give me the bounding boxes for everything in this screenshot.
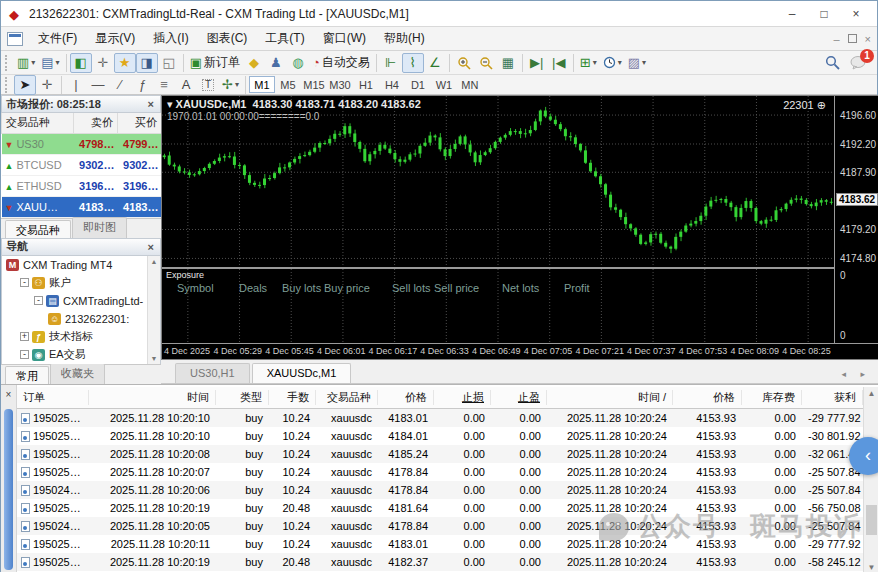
fibonacci-button[interactable]: ƒ xyxy=(131,75,153,95)
navigator-tab-1[interactable]: 收藏夹 xyxy=(50,363,105,384)
terminal-column-header[interactable]: 时间 / xyxy=(547,390,673,405)
tile-windows-button[interactable]: ▦ xyxy=(497,53,519,73)
terminal-column-header[interactable]: 止盈 xyxy=(491,390,547,405)
menu-item-帮[interactable]: 帮助(H) xyxy=(375,28,434,48)
tree-expander-icon[interactable]: - xyxy=(20,350,29,359)
new-chart-button[interactable]: ▥▾ xyxy=(14,53,38,73)
tree-expander-icon[interactable]: - xyxy=(20,278,29,287)
timeframe-M1[interactable]: M1 xyxy=(249,76,275,93)
menu-item-显[interactable]: 显示(V) xyxy=(86,28,144,48)
timeframe-M5[interactable]: M5 xyxy=(275,76,301,93)
search-icon[interactable] xyxy=(825,55,840,70)
market-watch-row[interactable]: ▲BTCUSD9302…9302… xyxy=(2,154,162,175)
candlestick-button[interactable]: ⌇ xyxy=(402,53,424,73)
mw-column-header[interactable]: 买价 xyxy=(118,113,162,133)
order-row[interactable]: 195025…2025.11.28 10:20:10buy10.24xauusd… xyxy=(17,409,863,427)
child-close-button[interactable]: × xyxy=(865,33,871,45)
horizontal-line-button[interactable]: — xyxy=(87,75,109,95)
terminal-column-header[interactable]: 手数 xyxy=(269,390,316,405)
navigator-item[interactable]: -▤CXMTradingLtd- xyxy=(2,292,160,310)
menu-item-窗[interactable]: 窗口(W) xyxy=(314,28,375,48)
toolbar-grip-2[interactable] xyxy=(5,77,10,93)
tree-expander-icon[interactable]: + xyxy=(20,332,29,341)
chart-shift-button[interactable]: ▶| xyxy=(526,53,548,73)
navigator-item[interactable]: ☺2132622301: xyxy=(2,310,160,328)
crosshair-tool-button[interactable]: ✛ xyxy=(36,75,58,95)
timeframe-M15[interactable]: M15 xyxy=(301,76,327,93)
market-watch-button[interactable]: ◧ xyxy=(70,53,92,73)
navigator-item[interactable]: +ƒ技术指标 xyxy=(2,328,160,346)
new-order-button[interactable]: ▣新订单 xyxy=(187,53,243,73)
signals-button[interactable]: ◍ xyxy=(287,53,309,73)
navigator-scrollbar[interactable]: ▲▼ xyxy=(147,256,160,364)
scroll-up-icon[interactable]: ▲ xyxy=(864,389,878,398)
auto-scroll-button[interactable]: |◀ xyxy=(548,53,570,73)
notifications-button[interactable]: 1 xyxy=(850,55,867,70)
cursor-tool-button[interactable]: ➤ xyxy=(14,75,36,95)
chart-tab-US30H1[interactable]: US30,H1 xyxy=(175,363,250,383)
vertical-line-button[interactable]: | xyxy=(65,75,87,95)
navigator-item[interactable]: -⚇账户 xyxy=(2,274,160,292)
navigator-item[interactable]: MCXM Trading MT4 xyxy=(2,256,160,274)
tree-expander-icon[interactable]: - xyxy=(34,296,43,305)
chart-window[interactable]: Exposure SymbolDealsBuy lotsBuy priceSel… xyxy=(161,95,878,360)
strategy-tester-button[interactable]: ◱ xyxy=(158,53,180,73)
chart-tab-XAUUSDcM1[interactable]: XAUUSDc,M1 xyxy=(252,363,352,383)
terminal-column-header[interactable]: 价格 xyxy=(378,390,434,405)
arrows-tool-button[interactable]: ✢▾ xyxy=(219,75,242,95)
order-row[interactable]: 195025…2025.11.28 10:20:19buy20.48xauusd… xyxy=(17,499,863,517)
navigator-item[interactable]: -◉EA交易 xyxy=(2,346,160,364)
order-row[interactable]: 195025…2025.11.28 10:20:07buy10.24xauusd… xyxy=(17,463,863,481)
data-window-button[interactable]: ✛ xyxy=(92,53,114,73)
time-axis[interactable]: 4 Dec 20254 Dec 05:294 Dec 05:454 Dec 06… xyxy=(162,343,878,359)
text-tool-button[interactable]: A xyxy=(175,75,197,95)
navigator-close-icon[interactable]: × xyxy=(146,241,156,253)
terminal-column-header[interactable]: 价格 xyxy=(673,390,742,405)
terminal-column-header[interactable]: 库存费 xyxy=(742,390,802,405)
zoom-out-button[interactable] xyxy=(475,53,497,73)
timeframe-H4[interactable]: H4 xyxy=(379,76,405,93)
timeframe-MN[interactable]: MN xyxy=(457,76,483,93)
mw-column-header[interactable]: 交易品种 xyxy=(2,113,74,133)
line-chart-button[interactable]: ∠ xyxy=(424,53,446,73)
options-button[interactable]: ♟ xyxy=(265,53,287,73)
chart-tab-scroll-arrows[interactable]: ◂ ▸ xyxy=(833,369,878,383)
menu-item-图[interactable]: 图表(C) xyxy=(198,28,257,48)
templates-button[interactable]: ▨▾ xyxy=(625,53,649,73)
terminal-column-header[interactable]: 交易品种 xyxy=(316,390,378,405)
timeframe-W1[interactable]: W1 xyxy=(431,76,457,93)
market-watch-row[interactable]: ▲ETHUSD3196…3196… xyxy=(2,175,162,196)
indicators-button[interactable]: ⊞▾ xyxy=(577,53,600,73)
terminal-button[interactable]: ◨ xyxy=(136,53,158,73)
terminal-column-header[interactable]: 订单 xyxy=(17,390,89,405)
profiles-button[interactable]: ▤▾ xyxy=(38,53,62,73)
timeframe-D1[interactable]: D1 xyxy=(405,76,431,93)
order-row[interactable]: 195024…2025.11.28 10:20:05buy10.24xauusd… xyxy=(17,517,863,535)
price-axis[interactable]: 4196.604192.204187.904179.204174.804183.… xyxy=(834,96,878,343)
terminal-column-header[interactable]: 获利 xyxy=(802,390,863,405)
order-row[interactable]: 195025…2025.11.28 10:20:08buy10.24xauusd… xyxy=(17,445,863,463)
scroll-down-icon[interactable]: ▼ xyxy=(864,563,878,572)
terminal-column-header[interactable]: 时间 xyxy=(89,390,216,405)
scrollbar-thumb[interactable] xyxy=(866,505,877,535)
navigator-tab-0[interactable]: 常用 xyxy=(5,366,49,384)
market-watch-tab-1[interactable]: 即时图 xyxy=(72,217,127,238)
order-row[interactable]: 195025…2025.11.28 10:20:10buy10.24xauusd… xyxy=(17,427,863,445)
menu-item-插[interactable]: 插入(I) xyxy=(144,28,197,48)
minimize-button[interactable]: – xyxy=(777,4,807,24)
market-watch-row[interactable]: ▼XAUU…4183…4183… xyxy=(2,196,162,217)
close-button[interactable]: × xyxy=(841,4,871,24)
child-minimize-button[interactable]: – xyxy=(833,33,839,45)
terminal-scrollbar[interactable]: ▲ ▼ xyxy=(863,387,878,572)
bar-chart-button[interactable]: ⊩ xyxy=(380,53,402,73)
periods-button[interactable]: ▾ xyxy=(600,53,625,73)
timeframe-M30[interactable]: M30 xyxy=(327,76,353,93)
label-tool-button[interactable]: T xyxy=(197,75,219,95)
autotrading-button[interactable]: ◔自动交易 xyxy=(309,53,373,73)
chart-collapse-icon[interactable]: ▾ xyxy=(167,98,176,110)
menu-item-文[interactable]: 文件(F) xyxy=(29,28,86,48)
menu-item-工[interactable]: 工具(T) xyxy=(256,28,313,48)
toolbar-grip[interactable] xyxy=(5,55,10,71)
order-row[interactable]: 195024…2025.11.28 10:20:06buy10.24xauusd… xyxy=(17,481,863,499)
order-row[interactable]: 195025…2025.11.28 10:20:19buy20.48xauusd… xyxy=(17,553,863,571)
